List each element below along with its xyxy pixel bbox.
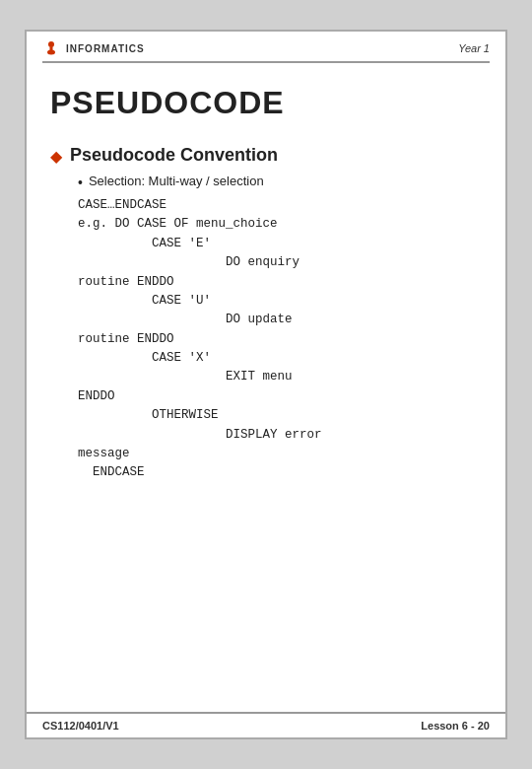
year-label: Year 1 — [458, 42, 490, 54]
main-bullet: ◆ Pseudocode Convention — [50, 145, 482, 166]
page-title: PSEUDOCODE — [50, 85, 482, 121]
main-content: PSEUDOCODE ◆ Pseudocode Convention • Sel… — [27, 63, 505, 712]
code-block: CASE…ENDCASE e.g. DO CASE OF menu_choice… — [78, 196, 482, 483]
svg-point-2 — [47, 50, 55, 55]
footer-course-code: CS112/0401/V1 — [42, 720, 119, 732]
slide-header: INFORMATICS Year 1 — [27, 32, 505, 61]
bullet-section: ◆ Pseudocode Convention • Selection: Mul… — [50, 145, 482, 483]
slide-footer: CS112/0401/V1 Lesson 6 - 20 — [27, 712, 505, 737]
svg-point-0 — [48, 41, 54, 47]
sub-bullet-text: Selection: Multi-way / selection — [89, 174, 264, 188]
footer-lesson: Lesson 6 - 20 — [421, 720, 490, 732]
logo-icon — [42, 39, 60, 57]
slide: INFORMATICS Year 1 PSEUDOCODE ◆ Pseudoco… — [25, 30, 507, 739]
dot-bullet-icon: • — [78, 175, 83, 190]
section-heading: Pseudocode Convention — [70, 145, 278, 166]
logo-text: INFORMATICS — [66, 43, 145, 54]
logo-area: INFORMATICS — [42, 39, 145, 57]
sub-bullet: • Selection: Multi-way / selection — [78, 174, 482, 190]
diamond-bullet-icon: ◆ — [50, 147, 62, 166]
